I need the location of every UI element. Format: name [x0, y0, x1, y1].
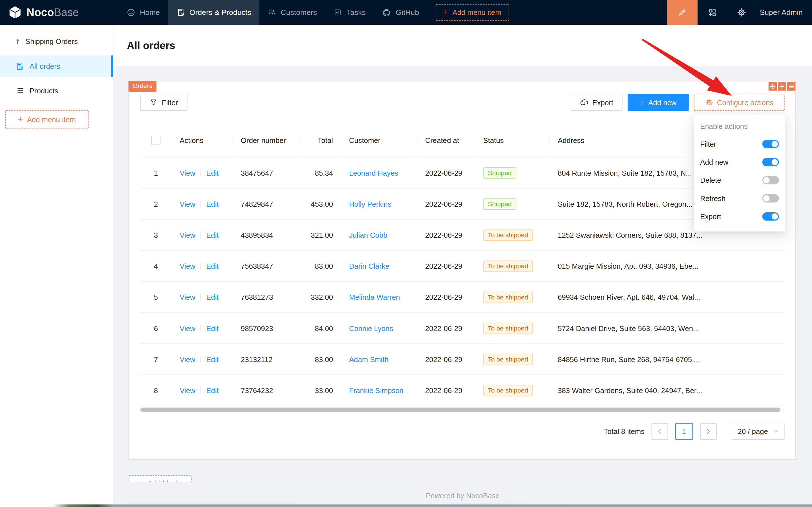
page-size-select[interactable]: 20 / page [732, 423, 785, 440]
customer-link[interactable]: Holly Perkins [341, 188, 417, 219]
toolbar-right-group: Export + Add new Configure act [571, 94, 785, 111]
customer-link[interactable]: Melinda Warren [341, 281, 417, 313]
sidebar-item-all-orders[interactable]: All orders [0, 56, 113, 77]
table-toolbar: Filter Export + Add new [140, 94, 785, 111]
toggle-switch[interactable] [762, 139, 779, 148]
status-badge: To be shipped [483, 229, 533, 240]
toggle-switch[interactable] [762, 212, 779, 220]
view-link[interactable]: View [180, 231, 195, 239]
page-size-value: 20 / page [738, 427, 768, 435]
edit-link[interactable]: Edit [206, 355, 219, 363]
cell-address: 5724 Daniel Drive, Suite 563, 54403, Wen… [549, 313, 786, 343]
view-link[interactable]: View [180, 386, 195, 394]
customer-link[interactable]: Leonard Hayes [341, 157, 417, 188]
edit-link[interactable]: Edit [206, 200, 219, 208]
view-link[interactable]: View [180, 200, 195, 208]
enable-actions-dropdown: Enable actions Filter Add new Delete Ref… [694, 115, 785, 231]
table-row[interactable]: 4 ViewEdit 75638347 83.00 Darin Clarke 2… [140, 250, 786, 281]
table-row[interactable]: 6 ViewEdit 98570923 84.00 Connie Lyons 2… [140, 313, 786, 343]
next-page-button[interactable] [700, 423, 717, 440]
sidebar-item-products[interactable]: Products [0, 80, 113, 101]
table-row[interactable]: 8 ViewEdit 73764232 33.00 Frankie Simpso… [140, 375, 786, 406]
row-index: 6 [140, 313, 171, 343]
nav-item-customers[interactable]: Customers [259, 0, 325, 25]
cell-created-at: 2022-06-29 [417, 188, 475, 219]
cell-total: 453.00 [300, 188, 341, 219]
toggle-switch[interactable] [762, 194, 779, 202]
ui-editor-button[interactable] [667, 0, 698, 25]
column-header-actions: Actions [171, 123, 233, 157]
nav-item-orders-products[interactable]: Orders & Products [168, 0, 259, 25]
logo-noco: Noco [26, 6, 54, 18]
powered-by-footer: Powered by NocoBase [113, 492, 812, 500]
edit-link[interactable]: Edit [206, 324, 219, 332]
sidebar-add-menu-item-button[interactable]: + Add menu item [5, 110, 89, 129]
logo[interactable]: NocoBase [0, 6, 113, 19]
view-link[interactable]: View [180, 324, 195, 332]
page-number-button[interactable]: 1 [675, 423, 692, 440]
edit-link[interactable]: Edit [206, 293, 219, 301]
add-block-button-clipped: + Add block [128, 475, 192, 482]
customer-link[interactable]: Julian Cobb [341, 219, 417, 250]
plugin-manager-button[interactable] [698, 0, 727, 25]
nav-item-github[interactable]: GitHub [374, 0, 427, 25]
arrow-up-icon: ↑ [15, 37, 20, 46]
toggle-switch[interactable] [762, 158, 779, 166]
status-badge: To be shipped [483, 291, 533, 302]
nav-item-home[interactable]: Home [119, 0, 168, 25]
settings-button[interactable] [727, 0, 757, 25]
cell-address: 383 Walter Gardens, Suite 040, 24947, Be… [549, 375, 786, 406]
select-all-checkbox[interactable] [151, 135, 161, 145]
customer-link[interactable]: Darin Clarke [341, 250, 417, 281]
edit-link[interactable]: Edit [206, 262, 219, 270]
row-index: 7 [140, 344, 171, 375]
add-block-button[interactable]: + Add block [128, 475, 192, 482]
edit-link[interactable]: Edit [206, 231, 219, 239]
customer-link[interactable]: Connie Lyons [341, 313, 417, 343]
view-link[interactable]: View [180, 293, 195, 301]
view-link[interactable]: View [180, 355, 195, 363]
view-link[interactable]: View [180, 169, 195, 177]
cell-total: 85.34 [300, 157, 341, 188]
add-new-button[interactable]: + Add new [628, 94, 689, 111]
edit-link[interactable]: Edit [206, 169, 219, 177]
action-divider [200, 325, 201, 332]
enable-action-label: Add new [700, 158, 728, 166]
configure-actions-button[interactable]: Configure actions [694, 94, 785, 111]
block-menu-icon[interactable] [787, 82, 795, 91]
drag-move-icon[interactable] [768, 82, 777, 91]
table-row[interactable]: 1 ViewEdit 38475647 85.34 Leonard Hayes … [140, 157, 786, 188]
cell-address: 84856 Hirthe Run, Suite 268, 94754-6705,… [549, 344, 786, 375]
toggle-switch[interactable] [762, 176, 779, 184]
navbar-add-menu-item-button[interactable]: + Add menu item [436, 4, 509, 21]
customer-link[interactable]: Adam Smith [341, 344, 417, 375]
people-icon [268, 8, 276, 16]
sidebar-item-label: All orders [30, 62, 60, 70]
cloud-download-icon [580, 98, 588, 106]
table-row[interactable]: 2 ViewEdit 74829847 453.00 Holly Perkins… [140, 188, 786, 219]
prev-page-button[interactable] [651, 423, 668, 440]
cell-total: 332.00 [300, 281, 341, 313]
customer-link[interactable]: Frankie Simpson [341, 375, 417, 406]
table-row[interactable]: 5 ViewEdit 76381273 332.00 Melinda Warre… [140, 281, 786, 313]
table-row[interactable]: 3 ViewEdit 43895834 321.00 Julian Cobb 2… [140, 219, 786, 250]
row-index: 2 [140, 188, 171, 219]
add-block-plus-icon[interactable] [778, 82, 786, 91]
export-label: Export [592, 98, 613, 106]
cell-created-at: 2022-06-29 [417, 250, 475, 281]
export-button[interactable]: Export [571, 94, 623, 111]
sidebar-item-shipping-orders[interactable]: ↑ Shipping Orders [0, 31, 113, 52]
filter-button[interactable]: Filter [140, 94, 187, 111]
edit-link[interactable]: Edit [206, 386, 219, 394]
block-collection-tag: Orders [128, 81, 157, 92]
cell-total: 83.00 [300, 250, 341, 281]
table-row[interactable]: 7 ViewEdit 23132112 83.00 Adam Smith 202… [140, 344, 786, 375]
action-divider [200, 355, 201, 363]
select-all-header [140, 123, 171, 157]
cell-created-at: 2022-06-29 [417, 313, 475, 343]
view-link[interactable]: View [180, 262, 195, 270]
cell-status: To be shipped [475, 344, 549, 375]
user-menu[interactable]: Super Admin [756, 8, 812, 16]
nav-item-tasks[interactable]: Tasks [325, 0, 374, 25]
horizontal-scrollbar-thumb[interactable] [140, 408, 780, 412]
